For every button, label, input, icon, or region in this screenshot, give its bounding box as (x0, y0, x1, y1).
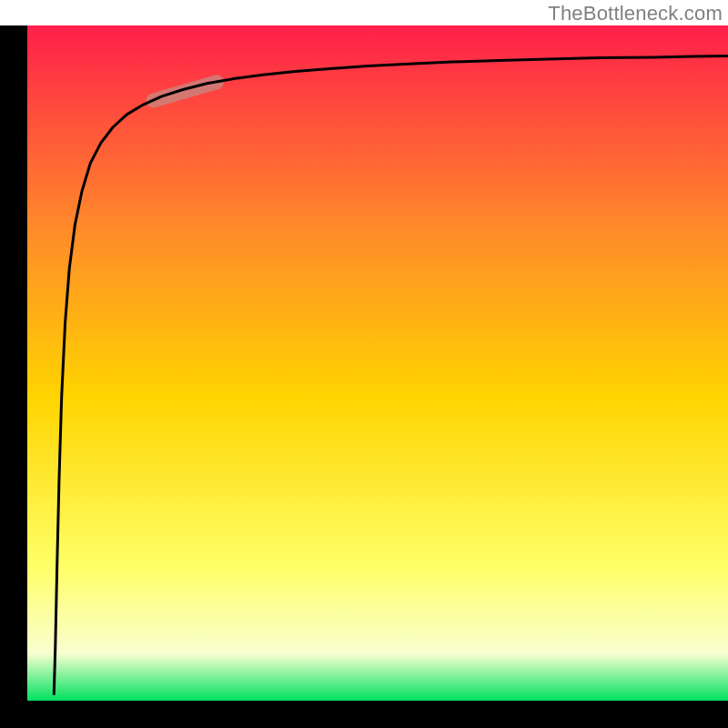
bottleneck-chart (0, 0, 728, 728)
left-border (0, 25, 27, 728)
gradient-background (27, 25, 728, 701)
chart-frame: TheBottleneck.com (0, 0, 728, 728)
bottom-border (0, 701, 728, 728)
attribution-label: TheBottleneck.com (548, 2, 723, 25)
